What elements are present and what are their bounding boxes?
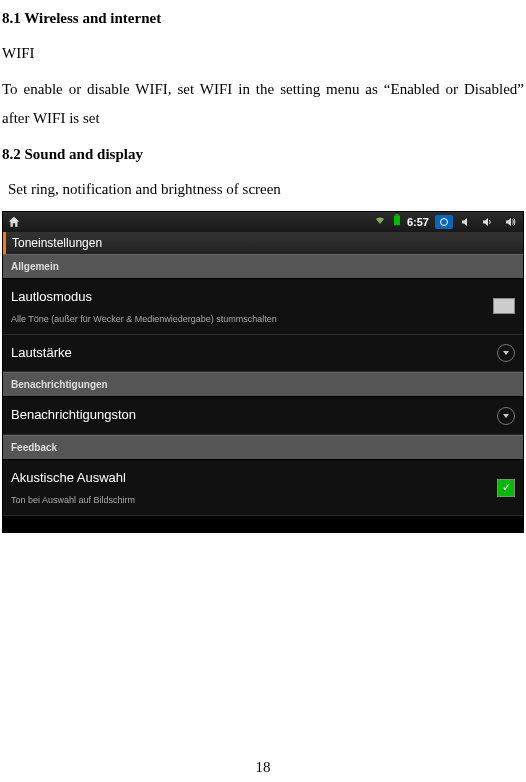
orange-accent-bar [3,232,6,254]
row-title: Lautstärke [11,341,497,366]
sound-paragraph: Set ring, notification and brightness of… [2,175,524,204]
settings-title-bar: Toneinstellungen [3,232,523,254]
svg-rect-0 [394,215,400,225]
screenshot-camera-icon[interactable] [435,215,453,229]
row-title: Akustische Auswahl [11,466,497,491]
chevron-down-icon [497,344,515,362]
clock-time: 6:57 [407,212,429,233]
row-benachrichtigungston[interactable]: Benachrichtigungston [3,397,523,435]
row-akustische-auswahl[interactable]: Akustische Auswahl Ton bei Auswahl auf B… [3,460,523,516]
embedded-screenshot: 6:57 Toneinstellungen Allgemein [2,211,524,533]
category-allgemein: Allgemein [3,254,523,279]
wifi-icon [373,213,387,232]
row-title: Benachrichtigungston [11,403,497,428]
status-bar: 6:57 [3,212,523,232]
settings-title: Toneinstellungen [12,232,102,255]
battery-icon [393,213,401,232]
toggle-lautlosmodus[interactable] [493,298,515,314]
row-lautstaerke[interactable]: Lautstärke [3,335,523,373]
row-title: Lautlosmodus [11,285,493,310]
svg-rect-1 [395,214,398,216]
wifi-label: WIFI [2,39,524,68]
row-lautlosmodus[interactable]: Lautlosmodus Alle Töne (außer für Wecker… [3,279,523,335]
volume-down-icon[interactable] [479,216,495,228]
heading-8-2: 8.2 Sound and display [2,140,524,169]
empty-area [3,516,523,532]
wifi-paragraph: To enable or disable WIFI, set WIFI in t… [2,75,524,132]
page-number: 18 [2,753,524,782]
home-icon[interactable] [7,215,21,229]
volume-mute-icon[interactable] [459,216,473,228]
volume-up-icon[interactable] [501,216,519,228]
category-benachrichtigungen: Benachrichtigungen [3,372,523,397]
row-subtitle: Alle Töne (außer für Wecker & Medienwied… [11,311,493,328]
category-feedback: Feedback [3,435,523,460]
heading-8-1: 8.1 Wireless and internet [2,4,524,33]
chevron-down-icon [497,407,515,425]
checkbox-akustische-auswahl[interactable] [497,479,515,497]
row-subtitle: Ton bei Auswahl auf Bildschirm [11,492,497,509]
